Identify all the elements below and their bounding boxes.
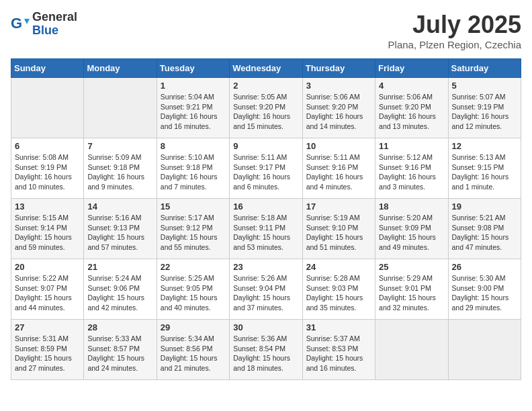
- day-number: 13: [15, 201, 80, 212]
- calendar-day-cell: 12Sunrise: 5:13 AM Sunset: 9:15 PM Dayli…: [448, 138, 521, 199]
- day-detail: Sunrise: 5:24 AM Sunset: 9:06 PM Dayligh…: [87, 273, 152, 313]
- day-number: 29: [161, 322, 226, 332]
- day-detail: Sunrise: 5:07 AM Sunset: 9:19 PM Dayligh…: [452, 92, 517, 132]
- month-title: July 2025: [388, 11, 521, 39]
- day-detail: Sunrise: 5:12 AM Sunset: 9:16 PM Dayligh…: [379, 152, 444, 192]
- day-detail: Sunrise: 5:36 AM Sunset: 8:54 PM Dayligh…: [233, 334, 298, 373]
- day-number: 15: [161, 201, 226, 212]
- calendar-day-cell: 25Sunrise: 5:29 AM Sunset: 9:01 PM Dayli…: [375, 259, 448, 320]
- calendar-day-cell: 17Sunrise: 5:19 AM Sunset: 9:10 PM Dayli…: [302, 199, 375, 259]
- day-detail: Sunrise: 5:31 AM Sunset: 8:59 PM Dayligh…: [15, 334, 80, 373]
- calendar-day-cell: 1Sunrise: 5:04 AM Sunset: 9:21 PM Daylig…: [157, 78, 229, 138]
- weekday-header: Wednesday: [230, 59, 302, 78]
- svg-marker-1: [24, 19, 30, 24]
- day-detail: Sunrise: 5:22 AM Sunset: 9:07 PM Dayligh…: [15, 273, 80, 313]
- day-number: 8: [161, 141, 226, 151]
- day-number: 27: [15, 322, 80, 332]
- day-detail: Sunrise: 5:20 AM Sunset: 9:09 PM Dayligh…: [379, 213, 444, 253]
- day-number: 21: [87, 262, 152, 272]
- day-detail: Sunrise: 5:13 AM Sunset: 9:15 PM Dayligh…: [452, 152, 517, 192]
- day-number: 3: [306, 81, 371, 91]
- calendar-day-cell: 18Sunrise: 5:20 AM Sunset: 9:09 PM Dayli…: [375, 199, 448, 259]
- day-number: 10: [306, 141, 371, 151]
- day-detail: Sunrise: 5:29 AM Sunset: 9:01 PM Dayligh…: [379, 273, 444, 313]
- calendar-table: SundayMondayTuesdayWednesdayThursdayFrid…: [11, 58, 521, 380]
- day-detail: Sunrise: 5:06 AM Sunset: 9:20 PM Dayligh…: [306, 92, 371, 132]
- calendar-day-cell: 3Sunrise: 5:06 AM Sunset: 9:20 PM Daylig…: [302, 78, 375, 138]
- calendar-day-cell: [375, 320, 448, 380]
- svg-text:G: G: [11, 15, 22, 32]
- day-detail: Sunrise: 5:33 AM Sunset: 8:57 PM Dayligh…: [87, 334, 152, 373]
- calendar-day-cell: [84, 78, 157, 138]
- day-detail: Sunrise: 5:19 AM Sunset: 9:10 PM Dayligh…: [306, 213, 371, 253]
- calendar-day-cell: 20Sunrise: 5:22 AM Sunset: 9:07 PM Dayli…: [11, 259, 84, 320]
- calendar-day-cell: 8Sunrise: 5:10 AM Sunset: 9:18 PM Daylig…: [157, 138, 229, 199]
- day-number: 30: [233, 322, 298, 332]
- day-number: 31: [306, 322, 371, 332]
- day-detail: Sunrise: 5:15 AM Sunset: 9:14 PM Dayligh…: [15, 213, 80, 253]
- weekday-header: Tuesday: [157, 59, 229, 78]
- calendar-week-row: 20Sunrise: 5:22 AM Sunset: 9:07 PM Dayli…: [11, 259, 521, 320]
- calendar-day-cell: 6Sunrise: 5:08 AM Sunset: 9:19 PM Daylig…: [11, 138, 84, 199]
- calendar-day-cell: 9Sunrise: 5:11 AM Sunset: 9:17 PM Daylig…: [230, 138, 302, 199]
- day-number: 28: [87, 322, 152, 332]
- calendar-week-row: 27Sunrise: 5:31 AM Sunset: 8:59 PM Dayli…: [11, 320, 521, 380]
- day-number: 11: [379, 141, 444, 151]
- calendar-day-cell: 23Sunrise: 5:26 AM Sunset: 9:04 PM Dayli…: [230, 259, 302, 320]
- day-number: 14: [87, 201, 152, 212]
- day-detail: Sunrise: 5:25 AM Sunset: 9:05 PM Dayligh…: [161, 273, 226, 313]
- title-block: July 2025 Plana, Plzen Region, Czechia: [388, 11, 521, 50]
- calendar-day-cell: [11, 78, 84, 138]
- calendar-day-cell: 7Sunrise: 5:09 AM Sunset: 9:18 PM Daylig…: [84, 138, 157, 199]
- logo-general: General: [32, 11, 77, 24]
- day-detail: Sunrise: 5:06 AM Sunset: 9:20 PM Dayligh…: [379, 92, 444, 132]
- weekday-header: Monday: [84, 59, 157, 78]
- day-number: 22: [161, 262, 226, 272]
- logo-text: General Blue: [32, 11, 77, 38]
- day-detail: Sunrise: 5:21 AM Sunset: 9:08 PM Dayligh…: [452, 213, 517, 253]
- day-detail: Sunrise: 5:11 AM Sunset: 9:16 PM Dayligh…: [306, 152, 371, 192]
- day-number: 5: [452, 81, 517, 91]
- weekday-header: Thursday: [302, 59, 375, 78]
- calendar-day-cell: 21Sunrise: 5:24 AM Sunset: 9:06 PM Dayli…: [84, 259, 157, 320]
- calendar-day-cell: 22Sunrise: 5:25 AM Sunset: 9:05 PM Dayli…: [157, 259, 229, 320]
- day-detail: Sunrise: 5:08 AM Sunset: 9:19 PM Dayligh…: [15, 152, 80, 192]
- calendar-day-cell: 2Sunrise: 5:05 AM Sunset: 9:20 PM Daylig…: [230, 78, 302, 138]
- calendar-day-cell: 27Sunrise: 5:31 AM Sunset: 8:59 PM Dayli…: [11, 320, 84, 380]
- day-number: 4: [379, 81, 444, 91]
- calendar-day-cell: 10Sunrise: 5:11 AM Sunset: 9:16 PM Dayli…: [302, 138, 375, 199]
- day-number: 6: [15, 141, 80, 151]
- calendar-week-row: 6Sunrise: 5:08 AM Sunset: 9:19 PM Daylig…: [11, 138, 521, 199]
- location: Plana, Plzen Region, Czechia: [388, 39, 521, 50]
- calendar-day-cell: 28Sunrise: 5:33 AM Sunset: 8:57 PM Dayli…: [84, 320, 157, 380]
- day-number: 24: [306, 262, 371, 272]
- calendar-day-cell: 14Sunrise: 5:16 AM Sunset: 9:13 PM Dayli…: [84, 199, 157, 259]
- calendar-day-cell: [448, 320, 521, 380]
- calendar-header-row: SundayMondayTuesdayWednesdayThursdayFrid…: [11, 59, 521, 78]
- calendar-day-cell: 11Sunrise: 5:12 AM Sunset: 9:16 PM Dayli…: [375, 138, 448, 199]
- day-number: 12: [452, 141, 517, 151]
- day-detail: Sunrise: 5:16 AM Sunset: 9:13 PM Dayligh…: [87, 213, 152, 253]
- calendar-day-cell: 26Sunrise: 5:30 AM Sunset: 9:00 PM Dayli…: [448, 259, 521, 320]
- day-number: 17: [306, 201, 371, 212]
- day-detail: Sunrise: 5:11 AM Sunset: 9:17 PM Dayligh…: [233, 152, 298, 192]
- day-detail: Sunrise: 5:26 AM Sunset: 9:04 PM Dayligh…: [233, 273, 298, 313]
- day-detail: Sunrise: 5:18 AM Sunset: 9:11 PM Dayligh…: [233, 213, 298, 253]
- day-number: 20: [15, 262, 80, 272]
- day-number: 23: [233, 262, 298, 272]
- calendar-day-cell: 5Sunrise: 5:07 AM Sunset: 9:19 PM Daylig…: [448, 78, 521, 138]
- logo-blue: Blue: [32, 24, 77, 38]
- calendar-day-cell: 13Sunrise: 5:15 AM Sunset: 9:14 PM Dayli…: [11, 199, 84, 259]
- calendar-day-cell: 24Sunrise: 5:28 AM Sunset: 9:03 PM Dayli…: [302, 259, 375, 320]
- day-number: 19: [452, 201, 517, 212]
- day-number: 1: [161, 81, 226, 91]
- calendar-week-row: 13Sunrise: 5:15 AM Sunset: 9:14 PM Dayli…: [11, 199, 521, 259]
- calendar-day-cell: 29Sunrise: 5:34 AM Sunset: 8:56 PM Dayli…: [157, 320, 229, 380]
- day-detail: Sunrise: 5:17 AM Sunset: 9:12 PM Dayligh…: [161, 213, 226, 253]
- day-detail: Sunrise: 5:04 AM Sunset: 9:21 PM Dayligh…: [161, 92, 226, 132]
- calendar-week-row: 1Sunrise: 5:04 AM Sunset: 9:21 PM Daylig…: [11, 78, 521, 138]
- page-header: G General Blue July 2025 Plana, Plzen Re…: [11, 11, 521, 50]
- day-number: 2: [233, 81, 298, 91]
- day-number: 18: [379, 201, 444, 212]
- day-detail: Sunrise: 5:30 AM Sunset: 9:00 PM Dayligh…: [452, 273, 517, 313]
